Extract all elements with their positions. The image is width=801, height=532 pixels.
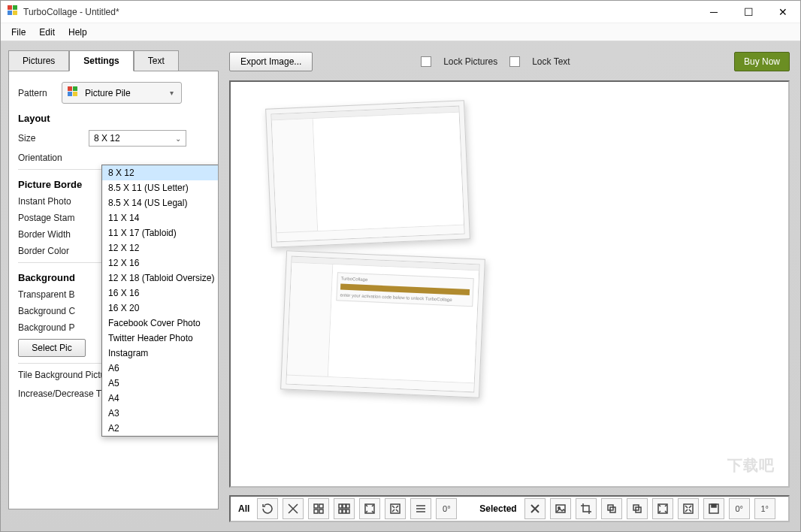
lock-text-label: Lock Text xyxy=(532,56,570,67)
chevron-down-icon: ⌄ xyxy=(175,135,181,143)
svg-rect-29 xyxy=(712,504,716,507)
border-color-label: Border Color xyxy=(18,246,69,256)
window-maximize[interactable]: ☐ xyxy=(731,1,766,23)
svg-rect-6 xyxy=(68,92,72,96)
svg-rect-13 xyxy=(343,504,346,508)
layout-section: Layout xyxy=(18,113,209,124)
lock-pictures-label: Lock Pictures xyxy=(443,56,497,67)
size-option[interactable]: 12 X 12 xyxy=(102,240,219,255)
svg-rect-27 xyxy=(684,504,693,513)
svg-rect-11 xyxy=(319,509,323,513)
window-close[interactable]: ✕ xyxy=(766,1,800,23)
buy-now-button[interactable]: Buy Now xyxy=(734,52,790,71)
collage-picture[interactable] xyxy=(265,100,470,247)
size-option[interactable]: 12 X 18 (Tabloid Oversize) xyxy=(102,271,219,286)
size-option[interactable]: 8.5 X 14 (US Legal) xyxy=(102,195,219,210)
svg-rect-3 xyxy=(13,11,17,15)
svg-rect-9 xyxy=(319,504,323,508)
tab-pictures[interactable]: Pictures xyxy=(8,50,69,71)
crop-button[interactable] xyxy=(576,498,597,519)
size-option[interactable]: 8.5 X 11 (US Letter) xyxy=(102,180,219,195)
lock-text-checkbox[interactable] xyxy=(509,56,520,67)
pattern-value: Picture Pile xyxy=(85,88,131,98)
menubar: File Edit Help xyxy=(1,23,800,41)
lock-pictures-checkbox[interactable] xyxy=(421,56,431,67)
instant-photo-label: Instant Photo xyxy=(18,196,71,207)
svg-rect-15 xyxy=(339,509,342,513)
bring-front-button[interactable] xyxy=(601,498,622,519)
shrink-selected-button[interactable] xyxy=(678,498,699,519)
svg-rect-1 xyxy=(13,5,17,10)
size-option[interactable]: 11 X 14 xyxy=(102,210,219,225)
rotate-1-button[interactable]: 1° xyxy=(754,498,775,519)
menu-file[interactable]: File xyxy=(5,25,32,40)
collage-picture[interactable]: TurboCollageenter your activation code b… xyxy=(280,250,485,397)
size-dropdown-list[interactable]: 8 X 128.5 X 11 (US Letter)8.5 X 14 (US L… xyxy=(101,165,219,437)
shrink-button[interactable] xyxy=(385,498,406,519)
svg-rect-2 xyxy=(8,11,12,15)
export-image-button[interactable]: Export Image... xyxy=(229,52,313,71)
size-option[interactable]: 8 X 12 xyxy=(102,165,219,180)
size-option[interactable]: Twitter Header Photo xyxy=(102,331,219,346)
svg-rect-10 xyxy=(314,509,318,513)
background-picture-label: Background P xyxy=(18,322,74,333)
settings-panel: Pattern Picture Pile ▾ Layout Size 8 X 1… xyxy=(8,71,219,509)
size-option[interactable]: Instagram xyxy=(102,346,219,361)
size-option[interactable]: 6 X 12 (Panorama 2:1) xyxy=(102,436,219,437)
pattern-dropdown[interactable]: Picture Pile ▾ xyxy=(62,82,182,104)
collage-canvas[interactable]: TurboCollageenter your activation code b… xyxy=(229,80,790,488)
shuffle-button[interactable] xyxy=(257,498,278,519)
window-titlebar: TurboCollage - Untitled* ─ ☐ ✕ xyxy=(1,1,800,23)
postage-stamp-label: Postage Stam xyxy=(18,213,74,223)
toolbar-selected-label: Selected xyxy=(479,503,516,514)
svg-rect-5 xyxy=(73,86,77,91)
align-button[interactable] xyxy=(410,498,431,519)
rotate-0-button[interactable]: 0° xyxy=(436,498,457,519)
select-picture-button[interactable]: Select Pic xyxy=(18,339,86,357)
menu-edit[interactable]: Edit xyxy=(33,25,61,40)
watermark: 下载吧 xyxy=(727,455,775,476)
fit-button[interactable] xyxy=(359,498,380,519)
save-button[interactable] xyxy=(703,498,724,519)
svg-rect-17 xyxy=(346,509,349,513)
image-button[interactable] xyxy=(550,498,571,519)
pattern-icon xyxy=(67,86,79,100)
toolbar-all-label: All xyxy=(238,503,249,514)
send-back-button[interactable] xyxy=(627,498,648,519)
size-option[interactable]: 12 X 16 xyxy=(102,255,219,271)
chevron-down-icon: ▾ xyxy=(170,89,174,97)
size-option[interactable]: A6 xyxy=(102,361,219,376)
size-option[interactable]: A4 xyxy=(102,391,219,406)
border-width-label: Border Width xyxy=(18,229,71,240)
size-option[interactable]: 11 X 17 (Tabloid) xyxy=(102,225,219,240)
size-option[interactable]: 16 X 20 xyxy=(102,301,219,316)
svg-rect-4 xyxy=(68,86,72,91)
menu-help[interactable]: Help xyxy=(62,25,93,40)
app-icon xyxy=(7,5,19,19)
tab-settings[interactable]: Settings xyxy=(69,50,133,71)
tab-text[interactable]: Text xyxy=(134,50,179,71)
size-option[interactable]: A2 xyxy=(102,421,219,436)
svg-rect-12 xyxy=(339,504,342,508)
bottom-toolbar: All 0° Selected 0° 1° xyxy=(229,495,790,522)
svg-rect-7 xyxy=(73,92,77,96)
background-color-label: Background C xyxy=(18,306,75,316)
size-dropdown[interactable]: 8 X 12 ⌄ xyxy=(89,130,186,147)
window-minimize[interactable]: ─ xyxy=(697,1,731,23)
svg-rect-16 xyxy=(343,509,346,513)
size-option[interactable]: A3 xyxy=(102,406,219,421)
size-option[interactable]: 16 X 16 xyxy=(102,286,219,301)
fit-selected-button[interactable] xyxy=(652,498,673,519)
orientation-label: Orientation xyxy=(18,153,83,163)
size-option[interactable]: Facebook Cover Photo xyxy=(102,316,219,331)
window-title: TurboCollage - Untitled* xyxy=(23,7,119,17)
size-option[interactable]: A5 xyxy=(102,376,219,391)
svg-rect-0 xyxy=(8,5,12,10)
size-value: 8 X 12 xyxy=(94,133,120,144)
shuffle-alt-button[interactable] xyxy=(283,498,304,519)
delete-button[interactable] xyxy=(524,498,546,519)
rotate-0-selected-button[interactable]: 0° xyxy=(729,498,750,519)
grid-3x2-button[interactable] xyxy=(334,498,355,519)
pattern-label: Pattern xyxy=(18,88,56,98)
grid-2x2-button[interactable] xyxy=(308,498,329,519)
